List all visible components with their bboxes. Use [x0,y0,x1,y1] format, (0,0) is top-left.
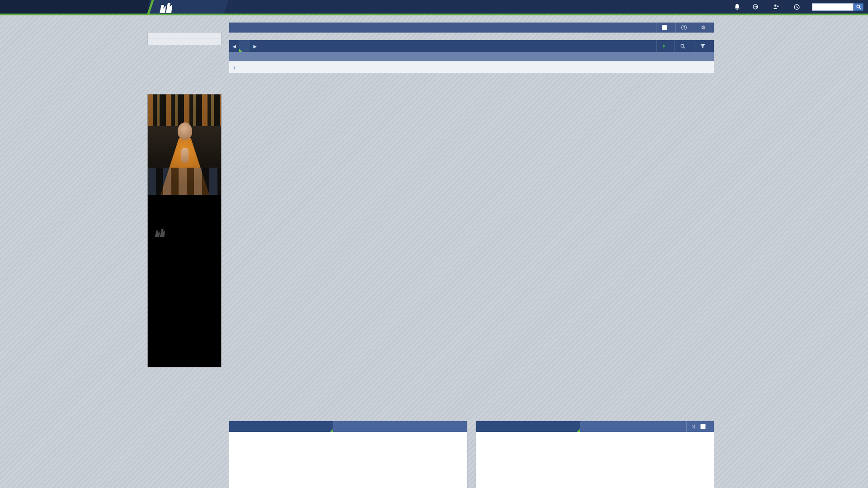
calendar-more-row: ↓ [229,61,714,73]
ad-logo-icon [154,228,165,237]
up-next-button[interactable] [656,40,674,52]
ad-brand-logo [154,228,221,237]
news-title [476,421,580,432]
join-button[interactable] [767,0,788,14]
online-now-title [148,33,221,38]
login-icon [753,4,758,9]
nav-left-filler [0,0,149,14]
calendar-panel: ◀ ▶ [229,40,714,73]
up-next-play-icon [663,44,665,48]
ad-monk-image [148,94,221,195]
top-nav [0,0,868,14]
bell-icon [734,4,740,10]
login-button[interactable] [746,0,767,14]
notifications-button[interactable] [728,0,746,14]
forums-panel [229,421,467,488]
about-icon: ? [681,25,687,30]
scanner-live-toggle[interactable] [656,23,675,33]
search-events-icon [680,44,685,49]
live-checkbox[interactable] [662,25,667,30]
forums-title [229,421,333,432]
filter-button[interactable] [694,40,714,52]
scanner-about-button[interactable]: ? [675,23,695,33]
search-input[interactable] [812,3,854,11]
filter-funnel-icon [700,44,705,49]
search-events-button[interactable] [674,40,694,52]
broker-guide-ad[interactable] [147,94,222,367]
nav-accent-line [0,14,868,15]
search-button[interactable] [854,3,863,11]
scanner-settings-button[interactable]: ⚙ [695,23,714,33]
news-panel [476,421,714,488]
clock-icon [794,4,800,10]
more-link[interactable]: ↓ [233,64,237,70]
clock-time[interactable] [788,0,808,14]
stream-checkbox[interactable] [700,424,706,429]
calendar-prev-day-button[interactable]: ◀ [229,40,239,52]
news-sound-icon[interactable] [691,424,697,429]
search-icon [856,5,861,9]
calendar-next-day-button[interactable]: ▶ [250,40,260,52]
scanner-panel: ? ⚙ [229,22,714,33]
online-now-panel [147,32,222,45]
calendar-header-row [229,52,714,61]
calendar-today-button[interactable] [239,40,250,52]
ad-headline [148,195,221,207]
brand-logo[interactable] [146,0,228,15]
gear-icon: ⚙ [701,24,706,31]
join-person-icon [773,4,779,9]
more-down-icon: ↓ [233,64,236,70]
forex-factory-logo-icon [159,2,172,13]
